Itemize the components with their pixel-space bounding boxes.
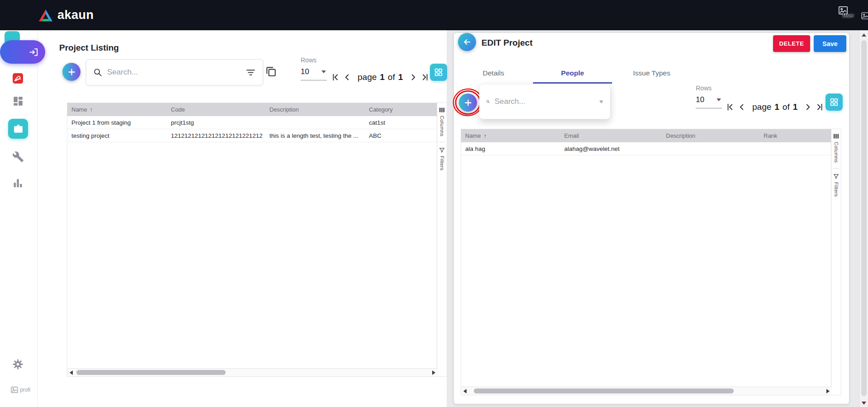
login-icon — [28, 47, 39, 57]
column-header-description[interactable]: Description — [662, 132, 760, 139]
scroll-right-button[interactable] — [826, 389, 830, 393]
people-table: Name ↑ Email Description Rank ala hag al… — [461, 129, 841, 395]
delete-button[interactable]: DELETE — [773, 35, 810, 52]
table-side-strip: Columns Filters — [437, 103, 447, 368]
project-search-input[interactable] — [107, 68, 241, 77]
projects-table-header: Name ↑ Code Description Category — [67, 103, 437, 116]
scroll-down-button[interactable] — [862, 402, 866, 405]
filters-toggle[interactable]: Filters — [834, 182, 839, 197]
back-button[interactable] — [458, 33, 476, 51]
columns-toggle[interactable]: Columns — [834, 142, 839, 163]
sidebar-item-tools[interactable] — [12, 151, 24, 163]
column-header-rank[interactable]: Rank — [760, 132, 832, 139]
page-scrollbar-thumb[interactable] — [861, 40, 867, 396]
cell-email: alahag@wavelet.net — [560, 145, 662, 152]
column-header-description[interactable]: Description — [265, 106, 365, 113]
next-page-button[interactable] — [802, 100, 814, 114]
tab-people[interactable]: People — [533, 63, 612, 84]
prev-page-button[interactable] — [341, 70, 353, 84]
save-button[interactable]: Save — [814, 35, 846, 52]
column-header-name[interactable]: Name ↑ — [67, 106, 167, 113]
plus-icon — [463, 98, 473, 108]
first-page-icon — [725, 102, 735, 112]
projects-table: Name ↑ Code Description Category Project… — [67, 103, 447, 377]
columns-toggle[interactable]: Columns — [439, 116, 445, 136]
grid-view-button[interactable] — [430, 64, 447, 81]
broken-image-icon — [860, 11, 868, 21]
pdf-icon — [11, 72, 24, 85]
table-side-strip: Columns Filters — [831, 129, 841, 387]
app-logo[interactable]: akaun — [38, 8, 94, 22]
first-page-button[interactable] — [330, 70, 341, 84]
cell-name: ala hag — [461, 145, 560, 152]
rows-per-page-select[interactable]: 10 — [696, 92, 722, 108]
scroll-up-button[interactable] — [862, 33, 866, 37]
people-search-input[interactable] — [495, 97, 594, 106]
scroll-right-button[interactable] — [432, 370, 435, 375]
scroll-left-button[interactable] — [463, 389, 467, 393]
user-broken-image[interactable]: User — [837, 5, 861, 27]
column-header-email[interactable]: Email — [560, 132, 662, 139]
cell-code: 121212121212121212121221212 — [167, 132, 265, 139]
sidebar-item-dashboard[interactable] — [12, 95, 24, 107]
rows-per-page-widget: Rows 10 — [301, 56, 327, 80]
sidebar-item-settings[interactable] — [12, 358, 24, 370]
grid-view-button[interactable] — [826, 94, 843, 111]
filters-toggle[interactable]: Filters — [439, 156, 445, 171]
column-header-code[interactable]: Code — [167, 106, 265, 113]
cell-category: ABC — [365, 132, 437, 139]
sidebar-item-reports[interactable] — [12, 177, 24, 189]
filter-list-icon[interactable] — [599, 96, 604, 108]
strip-divider — [833, 168, 840, 168]
filter-list-icon[interactable] — [245, 67, 256, 78]
column-header-name[interactable]: Name ↑ — [461, 132, 560, 139]
cell-category: cat1st — [365, 119, 437, 126]
scrollbar-thumb[interactable] — [76, 370, 226, 375]
sidebar-item-pdf[interactable] — [11, 72, 24, 85]
sidebar-active-pill[interactable] — [0, 40, 45, 64]
cell-code: prcjt1stg — [167, 119, 265, 126]
bar-chart-icon — [12, 177, 24, 189]
page-scrollbar — [859, 30, 868, 407]
strip-divider — [439, 142, 445, 142]
last-page-button[interactable] — [419, 70, 431, 84]
first-page-button[interactable] — [724, 100, 736, 114]
add-person-button[interactable] — [459, 94, 477, 112]
scrollbar-thumb[interactable] — [474, 388, 734, 393]
copy-view-button[interactable] — [265, 65, 277, 77]
add-project-button[interactable] — [62, 63, 80, 81]
profile-broken-image[interactable]: profi — [10, 384, 36, 396]
rows-per-page-select[interactable]: 10 — [301, 64, 327, 80]
cell-name: Project 1 from staging — [67, 119, 167, 126]
briefcase-icon — [13, 123, 24, 135]
tab-issue-types[interactable]: Issue Types — [612, 63, 691, 84]
chevron-right-icon — [803, 102, 813, 112]
tab-details[interactable]: Details — [454, 63, 533, 84]
grid-icon — [829, 97, 839, 107]
grid-icon — [434, 67, 443, 77]
next-page-button[interactable] — [407, 70, 419, 84]
rows-label: Rows — [301, 56, 327, 64]
sidebar-item-projects[interactable] — [8, 119, 28, 139]
last-page-button[interactable] — [814, 100, 826, 114]
plus-icon — [67, 67, 76, 77]
chevron-down-icon — [717, 98, 721, 101]
broken-image-icon — [10, 385, 19, 394]
chevron-down-icon — [321, 70, 326, 73]
scroll-left-button[interactable] — [70, 370, 73, 375]
user-image-alt-text: User — [843, 13, 854, 18]
table-row[interactable]: ala hag alahag@wavelet.net — [461, 142, 832, 155]
active-tab-indicator — [533, 82, 612, 84]
table-row[interactable]: Project 1 from staging prcjt1stg cat1st — [67, 116, 437, 129]
horizontal-scrollbar — [461, 387, 832, 395]
copy-icon — [265, 65, 277, 77]
chevron-right-icon — [408, 72, 418, 82]
table-row[interactable]: testing project 121212121212121212121221… — [67, 129, 437, 142]
prev-page-button[interactable] — [736, 100, 748, 114]
horizontal-scrollbar — [67, 368, 438, 376]
pagination-text: page1of1 — [752, 102, 797, 112]
column-header-category[interactable]: Category — [365, 106, 437, 113]
page-title: Project Listing — [59, 43, 119, 53]
last-page-icon — [815, 102, 825, 112]
people-search-box — [479, 84, 610, 119]
